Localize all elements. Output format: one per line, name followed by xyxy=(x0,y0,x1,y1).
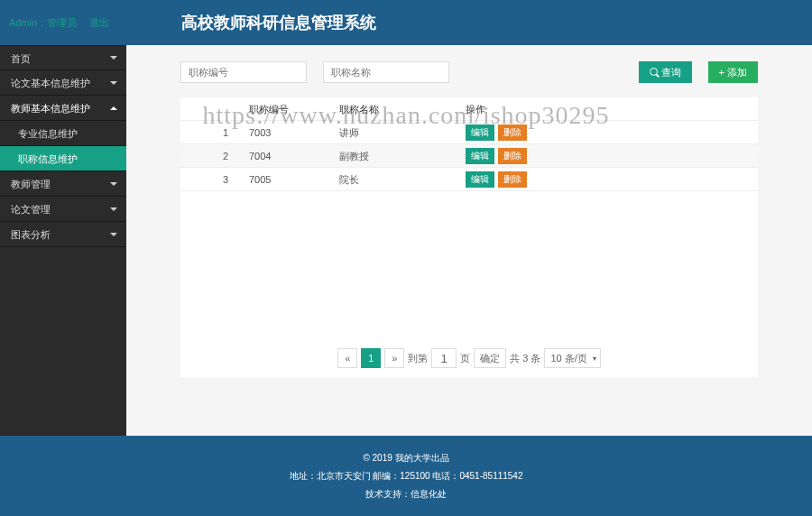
chevron-down-icon xyxy=(110,233,117,236)
nav-paper-mgmt[interactable]: 论文管理 xyxy=(0,197,126,222)
delete-button[interactable]: 删除 xyxy=(498,148,527,164)
table-row: 2 7004 副教授 编辑 删除 xyxy=(180,144,758,168)
search-button[interactable]: 查询 xyxy=(639,61,692,83)
pager-prev[interactable]: « xyxy=(337,348,357,368)
delete-button[interactable]: 删除 xyxy=(498,124,527,141)
th-op: 操作 xyxy=(460,97,550,120)
pager-confirm[interactable]: 确定 xyxy=(474,348,506,368)
pager-next[interactable]: » xyxy=(384,348,404,368)
footer-copyright: © 2019 我的大学出品 xyxy=(363,452,448,465)
nav-teacher-base[interactable]: 教师基本信息维护 xyxy=(0,96,126,121)
name-input[interactable] xyxy=(323,61,449,83)
delete-button[interactable]: 删除 xyxy=(498,171,527,188)
app-title: 高校教师科研信息管理系统 xyxy=(181,12,376,33)
pager-per-select[interactable]: 10 条/页 xyxy=(544,348,600,368)
edit-button[interactable]: 编辑 xyxy=(466,148,494,164)
add-button[interactable]: +添加 xyxy=(708,61,758,83)
chevron-up-icon xyxy=(110,106,117,110)
nav-title-maint[interactable]: 职称信息维护 xyxy=(0,146,126,171)
pager-unit: 页 xyxy=(460,352,470,365)
edit-button[interactable]: 编辑 xyxy=(466,171,494,188)
pager-page-input[interactable] xyxy=(431,348,457,368)
pager-page[interactable]: 1 xyxy=(361,348,381,368)
footer-support[interactable]: 技术支持：信息化处 xyxy=(365,489,447,499)
logout-link[interactable]: 退出 xyxy=(89,17,109,28)
chevron-down-icon xyxy=(110,207,117,211)
nav-chart[interactable]: 图表分析 xyxy=(0,222,126,247)
chevron-down-icon xyxy=(110,81,117,85)
footer: © 2019 我的大学出品 地址：北京市天安门 邮编：125100 电话：045… xyxy=(0,436,812,516)
edit-button[interactable]: 编辑 xyxy=(466,124,494,141)
code-input[interactable] xyxy=(180,61,307,83)
search-bar: 查询 +添加 xyxy=(180,61,758,83)
nav-major[interactable]: 专业信息维护 xyxy=(0,121,126,146)
pager-total: 共 3 条 xyxy=(510,352,540,365)
nav-teacher-mgmt[interactable]: 教师管理 xyxy=(0,171,126,197)
th-name: 职称名称 xyxy=(334,97,460,120)
plus-icon: + xyxy=(719,67,724,78)
table-row: 1 7003 讲师 编辑 删除 xyxy=(180,121,758,144)
chevron-down-icon xyxy=(110,56,117,60)
pager-to-label: 到第 xyxy=(408,352,428,365)
table-header: 职称编号 职称名称 操作 xyxy=(180,97,758,121)
footer-address: 地址：北京市天安门 邮编：125100 电话：0451-85111542 xyxy=(290,470,523,483)
search-icon xyxy=(650,68,659,77)
sidebar: 首页 论文基本信息维护 教师基本信息维护 专业信息维护 职称信息维护 教师管理 … xyxy=(0,45,126,436)
th-code: 职称编号 xyxy=(244,97,334,120)
nav-home[interactable]: 首页 xyxy=(0,45,126,70)
admin-link[interactable]: Admin：管理员 xyxy=(9,17,77,28)
table-card: 职称编号 职称名称 操作 1 7003 讲师 编辑 删除 2 7004 副教授 … xyxy=(180,97,758,377)
chevron-down-icon xyxy=(110,182,117,186)
pager: « 1 » 到第 页 确定 共 3 条 10 条/页 xyxy=(180,348,758,368)
table-row: 3 7005 院长 编辑 删除 xyxy=(180,168,758,191)
nav-paper-base[interactable]: 论文基本信息维护 xyxy=(0,70,126,96)
